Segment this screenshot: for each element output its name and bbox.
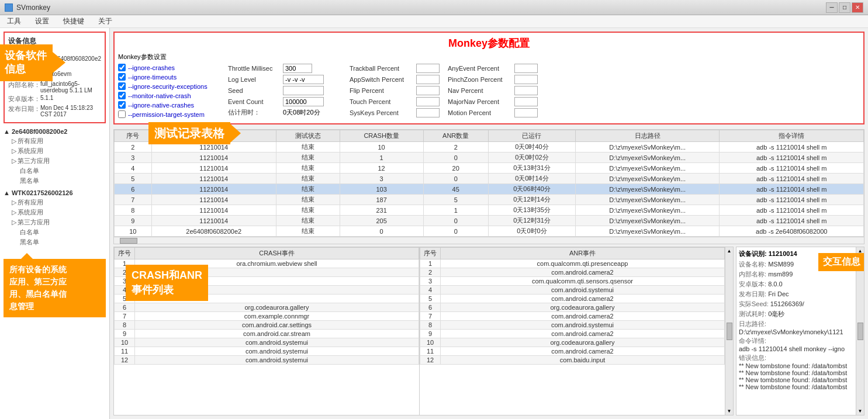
table-row[interactable]: 711210014结束18750天12时14分D:\z\myexe\SvMonk…: [115, 195, 864, 205]
menu-settings[interactable]: 设置: [33, 16, 51, 27]
list-item[interactable]: 9com.android.car.stream: [115, 330, 419, 338]
appswitch-row: AppSwitch Percent: [350, 75, 443, 84]
list-item[interactable]: 2com.android.camera2: [420, 268, 725, 277]
cb-ignore-timeouts[interactable]: [118, 73, 126, 81]
anr-cell: org.codeaurora.gallery: [441, 303, 725, 312]
maximize-button[interactable]: □: [839, 2, 850, 13]
test-table-container[interactable]: 序号 设备序列号 测试状态 CRASH数量 ANR数量 已运行 日志路径 指令详…: [114, 130, 864, 237]
table-row[interactable]: 511210014结束300天0时14分D:\z\myexe\SvMonkey\…: [115, 174, 864, 184]
cb-ignore-crashes[interactable]: [118, 64, 126, 71]
table-cell: 0天12时14分: [488, 195, 575, 205]
tree-whitelist-2[interactable]: 白名单: [4, 227, 106, 237]
tree-root-1[interactable]: ▲ 2e6408f0008200e2: [4, 127, 106, 136]
table-row[interactable]: 411210014结束12200天13时31分D:\z\myexe\SvMonk…: [115, 163, 864, 174]
flip-input[interactable]: [416, 86, 440, 95]
menu-tools[interactable]: 工具: [5, 16, 23, 27]
list-item[interactable]: 8com.android.car.settings: [115, 321, 419, 330]
list-item[interactable]: 7com.example.connmgr: [115, 312, 419, 321]
menu-about[interactable]: 关于: [96, 16, 115, 27]
table-row[interactable]: 911210014结束20500天12时31分D:\z\myexe\SvMonk…: [115, 216, 864, 226]
device-internal-label: 内部名称：: [8, 81, 40, 94]
table-cell: 0: [423, 174, 488, 184]
tree-third-apps-2[interactable]: ▷第三方应用: [4, 217, 106, 227]
majornav-input[interactable]: [514, 97, 538, 106]
tree-sys-apps-1[interactable]: ▷系统应用: [4, 146, 106, 156]
col-status: 测试状态: [276, 130, 340, 142]
scroll-thumb[interactable]: [727, 323, 732, 340]
minimize-button[interactable]: ─: [826, 2, 838, 13]
table-cell: 20: [423, 163, 488, 174]
cb-monitor-native[interactable]: [118, 92, 126, 99]
pinchzoon-input[interactable]: [514, 75, 538, 84]
device-android-label: 安卓版本：: [8, 95, 40, 103]
callout-crash-anr: CRASH和ANR事件列表: [126, 265, 208, 301]
test-table-hscroll[interactable]: [114, 237, 864, 244]
motion-input[interactable]: [514, 108, 538, 117]
loglevel-input[interactable]: [283, 75, 324, 84]
detail-scrollbar[interactable]: ▲ ▼: [856, 247, 864, 415]
anr-table-scroll[interactable]: 序号 ANR事件 1com.qualcomm.qti.presenceapp2c…: [420, 247, 725, 415]
nav-input[interactable]: [514, 86, 538, 95]
anr-cell: com.android.camera2: [441, 268, 725, 277]
list-item[interactable]: 5com.android.camera2: [420, 295, 725, 303]
detail-seed-label: 实际Seed:: [739, 300, 770, 307]
syskeys-input[interactable]: [416, 108, 440, 117]
anr-cell: 8: [420, 321, 441, 330]
crash-anr-scrollbar[interactable]: ▲ ▼: [725, 247, 733, 415]
list-item[interactable]: 1com.qualcomm.qti.presenceapp: [420, 259, 725, 268]
list-item[interactable]: 11com.android.camera2: [420, 347, 725, 356]
esttime-row: 估计用时： 0天08时20分: [228, 108, 345, 117]
cb-ignore-security[interactable]: [118, 82, 126, 90]
table-cell: 0天0时14分: [488, 174, 575, 184]
tree-whitelist-1[interactable]: 白名单: [4, 166, 106, 176]
crash-cell: com.android.car.settings: [135, 321, 419, 330]
crash-cell: com.android.systemui: [135, 338, 419, 347]
detail-scroll-thumb[interactable]: [857, 323, 863, 340]
menu-shortcuts[interactable]: 快捷键: [61, 16, 87, 27]
eventcount-input[interactable]: [283, 97, 324, 106]
cb-ignore-crashes-label: --ignore-crashes: [128, 64, 175, 71]
detail-internal-value: msm899: [768, 271, 793, 278]
list-item[interactable]: 12com.baidu.input: [420, 356, 725, 365]
anyevent-input[interactable]: [514, 64, 538, 73]
list-item[interactable]: 3com.qualcomm.qti.sensors.qsensor: [420, 277, 725, 286]
cb-ignore-native[interactable]: [118, 101, 126, 109]
list-item[interactable]: 6org.codeaurora.gallery: [115, 303, 419, 312]
list-item[interactable]: 8com.android.systemui: [420, 321, 725, 330]
tree-all-apps-2[interactable]: ▷所有应用: [4, 198, 106, 207]
tree-blacklist-2[interactable]: 黑名单: [4, 237, 106, 247]
tree-root-2[interactable]: ▲ WTK0217526002126: [4, 188, 106, 198]
anr-cell: com.android.camera2: [441, 330, 725, 338]
table-row[interactable]: 311210014结束100天0时02分D:\z\myexe\SvMonkey\…: [115, 153, 864, 163]
list-item[interactable]: 9com.android.camera2: [420, 330, 725, 338]
detail-section: 交互信息 设备识别: 11210014 设备名称: MSM899 内部名称: m…: [736, 247, 864, 415]
list-item[interactable]: 10com.android.systemui: [115, 338, 419, 347]
list-item[interactable]: 7com.android.camera2: [420, 312, 725, 321]
tree-third-apps-1[interactable]: ▷第三方应用: [4, 156, 106, 166]
table-row[interactable]: 811210014结束23110天13时35分D:\z\myexe\SvMonk…: [115, 205, 864, 216]
detail-log-path: 日志路径: D:\z\myexe\SvMonkey\moneky\1121: [739, 320, 862, 335]
close-button[interactable]: ✕: [852, 2, 863, 13]
list-item[interactable]: 10org.codeaurora.gallery: [420, 338, 725, 347]
tree-blacklist-1[interactable]: 黑名单: [4, 176, 106, 186]
tree-all-apps-1[interactable]: ▷所有应用: [4, 136, 106, 146]
nav-row: Nav Percent: [448, 86, 541, 95]
hscroll-thumb[interactable]: [120, 238, 137, 244]
detail-error-value: ** New tombstone found: /data/tombst** N…: [739, 362, 847, 390]
list-item[interactable]: 4com.android.systemui: [420, 286, 725, 295]
table-row[interactable]: 102e6408f0608200e2结束000天0时0分D:\z\myexe\S…: [115, 226, 864, 237]
appswitch-input[interactable]: [416, 75, 440, 84]
touch-input[interactable]: [416, 97, 440, 106]
tree-sys-apps-2[interactable]: ▷系统应用: [4, 207, 106, 217]
cb-permission[interactable]: [118, 110, 126, 118]
app-icon: [5, 4, 13, 12]
list-item[interactable]: 11com.android.systemui: [115, 347, 419, 356]
table-cell: 3: [115, 153, 152, 163]
test-table: 序号 设备序列号 测试状态 CRASH数量 ANR数量 已运行 日志路径 指令详…: [114, 130, 864, 237]
trackball-input[interactable]: [416, 64, 440, 73]
list-item[interactable]: 12com.android.systemui: [115, 356, 419, 365]
throttle-input[interactable]: [283, 64, 312, 73]
list-item[interactable]: 6org.codeaurora.gallery: [420, 303, 725, 312]
seed-input[interactable]: [283, 86, 324, 95]
table-row[interactable]: 611210014结束103450天06时40分D:\z\myexe\SvMon…: [115, 184, 864, 195]
